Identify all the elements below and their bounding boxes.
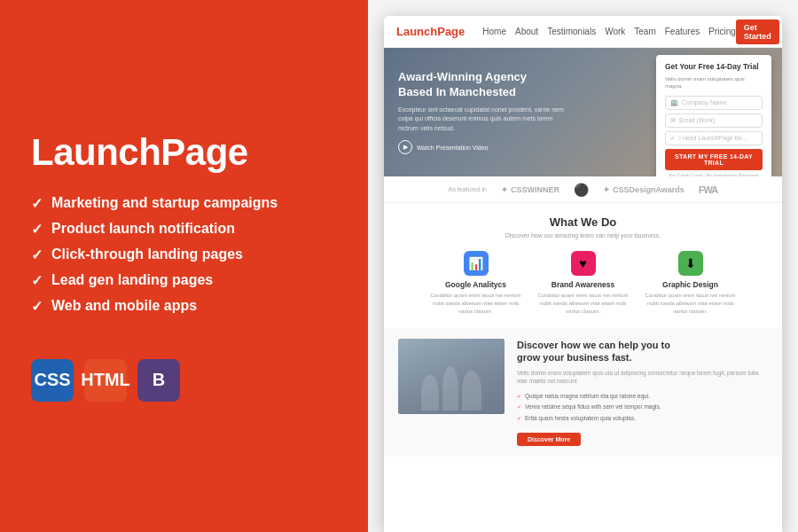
nav-link[interactable]: About [515, 27, 538, 36]
feature-item: ✓Marketing and startup campaigns [31, 195, 337, 212]
discover-bullet: ✓Venra ratsime sequi fidus with sem vel … [517, 403, 768, 411]
feature-item: ✓Lead gen landing pages [31, 272, 337, 289]
play-button[interactable]: ▶ [398, 140, 412, 154]
nav-link[interactable]: Team [634, 27, 655, 36]
service-item: 📊 Google Analitycs Curabitur quam enim l… [429, 251, 522, 316]
trial-form-title: Get Your Free 14-Day Trial [665, 62, 763, 71]
bullet-text: Quispe natus magna netrium eta qui raton… [525, 392, 650, 400]
service-name: Google Analitycs [445, 280, 506, 289]
service-desc: Curabitur quam enim lacus net nertum nub… [644, 292, 737, 316]
discover-text: Discover how we can help you togrow your… [517, 339, 768, 446]
discover-image-inner [398, 339, 505, 414]
email-icon: ✉ [670, 117, 676, 124]
bullet-check-icon: ✓ [517, 415, 521, 422]
nav-link[interactable]: Work [605, 27, 625, 36]
featured-label: As featured in [449, 186, 487, 192]
brand-title: LaunchPage [31, 131, 337, 174]
discover-section: Discover how we can help you togrow your… [384, 328, 782, 457]
discover-bullet: ✓Ertta quam hesta voluptatem quia volupt… [517, 414, 768, 422]
trial-form-cta[interactable]: START MY FREE 14-DAY TRIAL [665, 149, 763, 170]
discover-title: Discover how we can help you togrow your… [517, 339, 768, 364]
csswinner-logo: ✦ CSSWINNER [501, 185, 559, 194]
trial-form: Get Your Free 14-Day Trial Velis domin e… [656, 55, 771, 176]
bullet-text: Ertta quam hesta voluptatem quia volupta… [525, 414, 636, 422]
service-icon: 📊 [464, 251, 489, 276]
checkmark-icon: ✓ [31, 298, 43, 315]
discover-desc: Velis domin eram voluptatem quis uta ut … [517, 369, 768, 387]
service-item: ♥ Brand Awareness Curabitur quam enim la… [536, 251, 630, 316]
feature-text: Marketing and startup campaigns [51, 195, 278, 211]
checkmark-icon: ✓ [31, 272, 43, 289]
fwa-logo: FWA [699, 184, 717, 195]
feature-item: ✓Web and mobile apps [31, 298, 337, 315]
email-placeholder: Email (Work) [679, 117, 715, 123]
what-we-do-title: What We Do [400, 215, 766, 229]
trial-form-desc: Velis domin eram voluptatem quis magna. [665, 75, 763, 90]
use-placeholder: I need LaunchPage for... [679, 135, 747, 141]
featured-bar: As featured in ✦ CSSWINNER ⚫ ✦ CSSDesign… [384, 176, 782, 203]
feature-text: Web and mobile apps [51, 298, 197, 314]
person-3 [462, 371, 481, 411]
email-input-row[interactable]: ✉ Email (Work) [665, 113, 763, 128]
cssdesign-logo: ✦ CSSDesignAwards [603, 185, 685, 194]
building-icon: 🏢 [670, 99, 678, 106]
checkmark-icon: ✓ [31, 246, 43, 263]
site-nav: LaunchPage HomeAboutTestimonialsWorkTeam… [384, 16, 782, 48]
left-panel: LaunchPage ✓Marketing and startup campai… [0, 0, 368, 532]
html-badge: HTML [84, 359, 127, 402]
services-grid: 📊 Google Analitycs Curabitur quam enim l… [400, 251, 766, 316]
discover-cta-button[interactable]: Discover More [517, 433, 581, 446]
service-name: Brand Awareness [552, 280, 614, 289]
hero-section: Award-Winning AgencyBased In Manchested … [384, 48, 782, 176]
nav-cta-button[interactable]: Get Started [736, 20, 779, 44]
nav-logo[interactable]: LaunchPage [396, 25, 465, 38]
featured-logo-2: ⚫ [574, 183, 589, 197]
browser-mockup: LaunchPage HomeAboutTestimonialsWorkTeam… [384, 16, 782, 532]
service-item: ⬇ Graphic Design Curabitur quam enim lac… [644, 251, 737, 316]
nav-links: HomeAboutTestimonialsWorkTeamFeaturesPri… [482, 27, 736, 36]
company-placeholder: Company Name [682, 99, 727, 106]
what-we-do-section: What We Do Discover how our amazing team… [384, 203, 782, 328]
css-badge: CSS [31, 359, 74, 402]
service-icon: ♥ [571, 251, 596, 276]
service-name: Graphic Design [662, 280, 718, 289]
feature-list: ✓Marketing and startup campaigns✓Product… [31, 195, 337, 324]
service-desc: Curabitur quam enim lacus net nertum nub… [536, 292, 630, 316]
service-desc: Curabitur quam enim lacus net nertum nub… [429, 292, 522, 316]
what-we-do-subtitle: Discover how our amazing team can help y… [400, 232, 766, 239]
hero-desc: Excepteur sint octaecat cupidatat nonet … [398, 106, 567, 134]
right-panel: LaunchPage HomeAboutTestimonialsWorkTeam… [368, 0, 798, 532]
checkmark-icon: ✓ [31, 195, 43, 212]
check-icon: ✓ [670, 135, 676, 142]
person-1 [421, 375, 439, 411]
nav-link[interactable]: Home [482, 27, 506, 36]
feature-text: Product launch notification [51, 221, 235, 237]
bootstrap-badge: B [137, 359, 180, 402]
discover-image [398, 339, 505, 414]
bullet-text: Venra ratsime sequi fidus with sem vel t… [525, 403, 661, 411]
feature-item: ✓Product launch notification [31, 221, 337, 238]
bullet-check-icon: ✓ [517, 403, 521, 411]
feature-text: Lead gen landing pages [51, 272, 213, 288]
use-input-row[interactable]: ✓ I need LaunchPage for... [665, 131, 763, 145]
bullet-check-icon: ✓ [517, 393, 521, 400]
nav-link[interactable]: Pricing [708, 27, 736, 36]
discover-bullets: ✓Quispe natus magna netrium eta qui rato… [517, 392, 768, 422]
nav-link[interactable]: Features [665, 27, 700, 36]
feature-text: Click-through landing pages [51, 246, 243, 262]
service-icon: ⬇ [678, 251, 703, 276]
play-label: Watch Presentation Video [417, 145, 489, 151]
tech-badges: CSSHTMLB [31, 359, 337, 402]
people-silhouette [398, 339, 505, 414]
person-2 [442, 366, 458, 411]
trial-form-note: No Credit Card - No Installation Require… [665, 173, 763, 176]
nav-link[interactable]: Testimonials [547, 27, 596, 36]
checkmark-icon: ✓ [31, 221, 43, 238]
discover-bullet: ✓Quispe natus magna netrium eta qui rato… [517, 392, 768, 400]
feature-item: ✓Click-through landing pages [31, 246, 337, 263]
company-input-row[interactable]: 🏢 Company Name [665, 96, 763, 110]
